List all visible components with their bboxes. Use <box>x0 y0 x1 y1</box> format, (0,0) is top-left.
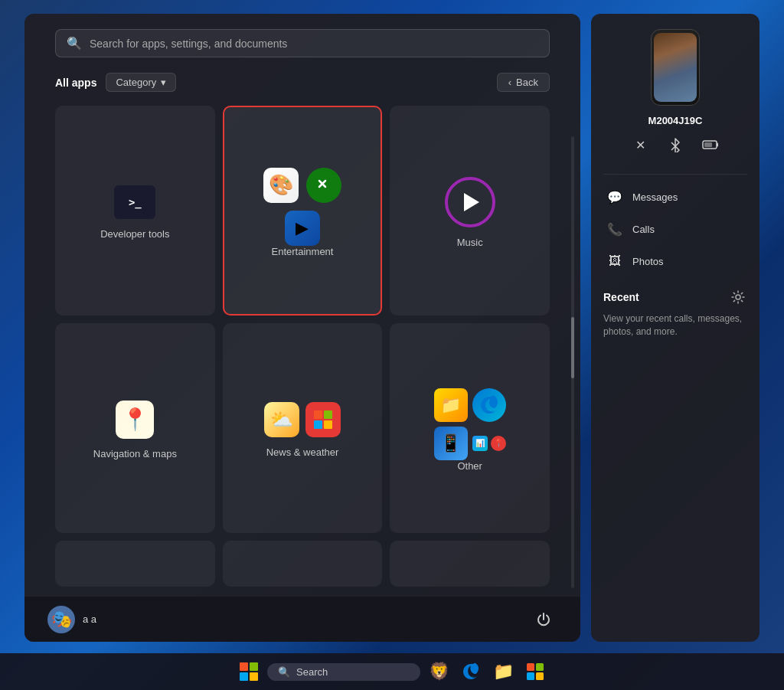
taskbar-edge-icon[interactable] <box>457 658 485 685</box>
svg-point-7 <box>736 295 740 299</box>
photos-icon: 🖼 <box>606 253 623 270</box>
chevron-down-icon: ▾ <box>161 77 166 88</box>
terminal-icon: >_ <box>114 185 155 219</box>
search-placeholder: Search for apps, settings, and documents <box>90 38 287 50</box>
tile-icons: >_ <box>63 185 207 219</box>
menu-item-messages[interactable]: 💬 Messages <box>603 181 747 213</box>
svg-rect-5 <box>717 143 718 147</box>
win-logo-cell-4 <box>250 672 258 681</box>
tile-label: Developer tools <box>100 228 169 240</box>
bluetooth-symbol <box>669 137 681 152</box>
movies-icon: ▶ <box>285 211 320 246</box>
phone-screen <box>654 33 697 102</box>
taskbar-search[interactable]: 🔍 Search <box>267 663 420 681</box>
partial-tile-1[interactable] <box>55 541 215 587</box>
start-menu: 🔍 Search for apps, settings, and documen… <box>24 14 580 642</box>
partial-tile-row <box>24 541 580 596</box>
svg-rect-0 <box>314 410 322 419</box>
store-icon <box>526 662 544 681</box>
search-icon: 🔍 <box>67 36 82 51</box>
weather-icon: ⛅ <box>264 402 299 437</box>
edge-taskbar-icon <box>462 662 480 681</box>
back-button[interactable]: ‹ Back <box>497 73 550 92</box>
win-logo-cell-1 <box>240 662 248 671</box>
tile-icons <box>397 177 542 227</box>
username: a a <box>83 613 96 625</box>
tile-label: Other <box>457 460 482 472</box>
scrollbar-track[interactable] <box>571 136 574 588</box>
menu-item-calls[interactable]: 📞 Calls <box>603 213 747 245</box>
phone-image <box>651 29 700 106</box>
svg-rect-3 <box>324 420 332 429</box>
category-button[interactable]: Category ▾ <box>106 73 176 92</box>
svg-rect-2 <box>314 420 322 429</box>
taskbar-store-icon[interactable] <box>521 658 549 685</box>
battery-icon[interactable] <box>700 134 721 155</box>
edge-logo <box>479 395 499 415</box>
taskbar-search-icon: 🔍 <box>278 666 290 678</box>
stats-icon: 📊 <box>472 436 488 451</box>
device-name: M2004J19C <box>603 115 747 126</box>
svg-rect-9 <box>536 663 544 671</box>
tile-news-weather[interactable]: ⛅ News & weather <box>223 323 383 533</box>
partial-tile-2[interactable] <box>223 541 383 587</box>
settings-icon[interactable] <box>729 288 747 306</box>
close-icon[interactable]: ✕ <box>629 134 651 155</box>
taskbar-lion-icon[interactable]: 🦁 <box>425 658 452 685</box>
music-icon <box>445 177 495 227</box>
partial-tile-3[interactable] <box>390 541 550 587</box>
tile-icons: 📁 📱 📊 📍 <box>434 388 506 460</box>
windows-logo <box>240 662 258 681</box>
xbox-icon <box>306 168 341 203</box>
win-logo-cell-3 <box>240 672 248 681</box>
recent-description: View your recent calls, messages, photos… <box>603 312 747 338</box>
start-search-box[interactable]: 🔍 Search for apps, settings, and documen… <box>55 29 550 57</box>
tile-developer-tools[interactable]: >_ Developer tools <box>55 106 215 316</box>
bluetooth-icon[interactable] <box>665 134 686 155</box>
photos-label: Photos <box>632 256 663 267</box>
win-logo-cell-2 <box>250 662 258 671</box>
file-explorer-icon: 📁 <box>434 388 468 422</box>
messages-label: Messages <box>632 191 678 203</box>
battery-symbol <box>702 139 719 150</box>
tile-icons: 🎨 ▶ <box>256 168 348 246</box>
tile-icons: ⛅ <box>230 402 375 437</box>
scrollbar-thumb[interactable] <box>571 317 574 378</box>
tile-icons: 📍 <box>63 401 207 439</box>
msn-icon <box>305 402 341 437</box>
edge-icon <box>472 388 506 422</box>
power-button[interactable] <box>530 606 557 633</box>
tile-other[interactable]: 📁 📱 📊 📍 Other <box>390 323 550 533</box>
tile-music[interactable]: Music <box>390 106 550 316</box>
svg-rect-6 <box>704 142 712 147</box>
svg-rect-8 <box>527 663 534 671</box>
phone-panel: M2004J19C ✕ 💬 Messages 📞 Calls 🖼 Photos <box>591 14 760 642</box>
play-icon <box>464 193 479 211</box>
tile-label: Music <box>457 237 483 248</box>
paint-icon: 🎨 <box>263 168 299 203</box>
category-label: Category <box>116 77 156 88</box>
msn-logo <box>313 410 333 430</box>
taskbar-file-explorer-icon[interactable]: 📁 <box>489 658 517 685</box>
back-label: Back <box>516 77 538 88</box>
calls-icon: 📞 <box>606 221 623 237</box>
windows-button[interactable] <box>235 658 263 685</box>
tile-entertainment[interactable]: 🎨 ▶ Entertainment <box>223 106 383 316</box>
recent-title: Recent <box>603 291 639 303</box>
phone-action-icons: ✕ <box>603 134 747 155</box>
tile-label: Navigation & maps <box>93 448 177 459</box>
svg-rect-11 <box>536 672 544 680</box>
tile-label: News & weather <box>266 446 339 458</box>
menu-item-photos[interactable]: 🖼 Photos <box>603 245 747 277</box>
taskbar-center: 🔍 Search 🦁 📁 <box>235 658 549 685</box>
app-grid: >_ Developer tools 🎨 ▶ Entertainment <box>24 98 580 541</box>
calls-label: Calls <box>632 224 655 235</box>
apps-header: All apps Category ▾ ‹ Back <box>24 67 580 98</box>
svg-rect-10 <box>527 672 534 680</box>
user-avatar[interactable]: 🎭 <box>47 606 75 633</box>
messages-icon: 💬 <box>606 188 623 205</box>
phone-link-icon: 📱 <box>434 427 468 460</box>
tile-label: Entertainment <box>272 246 334 257</box>
location-icon: 📍 <box>491 436 506 451</box>
tile-navigation-maps[interactable]: 📍 Navigation & maps <box>55 323 215 533</box>
